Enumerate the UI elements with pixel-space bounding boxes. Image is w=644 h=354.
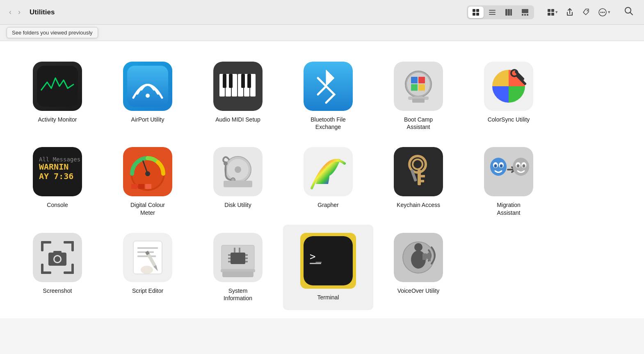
more-caret: ▾ bbox=[608, 9, 610, 15]
svg-point-44 bbox=[407, 73, 430, 96]
app-item-script-editor[interactable]: Script Editor bbox=[103, 225, 193, 310]
svg-rect-136 bbox=[422, 253, 427, 260]
view-controls bbox=[467, 5, 534, 19]
grid-view-button[interactable] bbox=[468, 7, 484, 18]
svg-rect-5 bbox=[489, 12, 496, 13]
bluetooth-file-exchange-label: Bluetooth File Exchange bbox=[311, 116, 346, 131]
svg-rect-15 bbox=[551, 9, 554, 12]
app-item-digital-colour-meter[interactable]: Digital Colour Meter bbox=[103, 139, 193, 224]
svg-point-63 bbox=[145, 171, 150, 176]
svg-point-70 bbox=[235, 166, 241, 173]
svg-rect-109 bbox=[137, 247, 158, 249]
forward-button[interactable]: › bbox=[16, 6, 23, 18]
action-group: ▾ ▾ bbox=[544, 6, 614, 19]
list-view-button[interactable] bbox=[484, 7, 500, 18]
svg-rect-17 bbox=[551, 13, 554, 16]
console-icon: WARNIN AY 7:36 All Messages bbox=[33, 147, 82, 196]
svg-rect-74 bbox=[224, 181, 252, 187]
app-item-voiceover-utility[interactable]: VoiceOver Utility bbox=[373, 225, 464, 310]
back-button[interactable]: ‹ bbox=[7, 6, 14, 18]
window-title: Utilities bbox=[30, 8, 55, 16]
svg-rect-46 bbox=[418, 77, 425, 83]
svg-rect-45 bbox=[411, 77, 418, 83]
svg-rect-36 bbox=[229, 74, 233, 88]
digital-colour-meter-icon bbox=[123, 147, 172, 196]
gallery-view-button[interactable] bbox=[517, 7, 533, 18]
svg-rect-38 bbox=[247, 74, 251, 88]
voiceover-utility-icon bbox=[394, 233, 443, 282]
boot-camp-assistant-label: Boot Camp Assistant bbox=[404, 116, 433, 131]
keychain-access-icon bbox=[394, 147, 443, 196]
more-button[interactable]: ▾ bbox=[595, 6, 614, 19]
app-item-disk-utility[interactable]: Disk Utility bbox=[193, 139, 283, 224]
search-button[interactable] bbox=[620, 5, 637, 20]
pathbar: See folders you viewed previously bbox=[0, 25, 644, 41]
svg-rect-13 bbox=[527, 14, 528, 16]
console-label: Console bbox=[47, 201, 68, 209]
svg-rect-96 bbox=[41, 241, 43, 251]
app-item-activity-monitor[interactable]: Activity Monitor bbox=[12, 53, 103, 139]
migration-assistant-icon bbox=[484, 147, 533, 196]
svg-text:All Messages: All Messages bbox=[39, 156, 80, 163]
svg-rect-106 bbox=[53, 251, 62, 253]
svg-rect-47 bbox=[411, 84, 418, 91]
app-item-airport-utility[interactable]: AirPort Utility bbox=[103, 53, 193, 139]
svg-rect-64 bbox=[131, 184, 137, 189]
activity-monitor-icon bbox=[33, 62, 82, 111]
svg-rect-6 bbox=[489, 14, 496, 15]
app-item-grapher[interactable]: Grapher bbox=[283, 139, 373, 224]
app-item-bluetooth-file-exchange[interactable]: Bluetooth File Exchange bbox=[283, 53, 373, 139]
system-information-label: System Information bbox=[224, 287, 252, 302]
audio-midi-setup-label: Audio MIDI Setup bbox=[215, 116, 260, 123]
svg-point-88 bbox=[500, 164, 503, 168]
svg-rect-102 bbox=[71, 264, 74, 274]
grapher-icon bbox=[304, 147, 353, 196]
svg-rect-16 bbox=[548, 13, 550, 16]
svg-rect-111 bbox=[137, 255, 156, 257]
app-item-keychain-access[interactable]: Keychain Access bbox=[373, 139, 464, 224]
svg-rect-2 bbox=[473, 13, 475, 16]
svg-point-105 bbox=[55, 256, 60, 262]
svg-rect-50 bbox=[412, 99, 425, 103]
svg-rect-98 bbox=[71, 241, 74, 251]
group-caret: ▾ bbox=[555, 9, 558, 15]
group-button[interactable]: ▾ bbox=[544, 7, 561, 18]
svg-rect-26 bbox=[127, 66, 168, 107]
app-item-system-information[interactable]: System Information bbox=[193, 225, 283, 310]
share-button[interactable] bbox=[563, 6, 577, 18]
app-item-colorsync-utility[interactable]: ColorSync Utility bbox=[464, 53, 554, 139]
boot-camp-assistant-icon bbox=[394, 62, 443, 111]
app-item-boot-camp-assistant[interactable]: Boot Camp Assistant bbox=[373, 53, 464, 139]
columns-view-button[interactable] bbox=[501, 7, 516, 18]
svg-rect-125 bbox=[234, 248, 235, 253]
svg-point-115 bbox=[141, 266, 153, 274]
app-item-migration-assistant[interactable]: Migration Assistant bbox=[464, 139, 554, 224]
svg-rect-123 bbox=[245, 257, 248, 259]
migration-assistant-label: Migration Assistant bbox=[497, 201, 521, 216]
app-item-terminal[interactable]: >_ Terminal bbox=[283, 225, 373, 310]
svg-point-92 bbox=[517, 164, 520, 168]
svg-point-22 bbox=[604, 11, 605, 13]
svg-text:>_: >_ bbox=[310, 251, 322, 262]
disk-utility-icon bbox=[213, 147, 263, 196]
svg-rect-65 bbox=[138, 184, 144, 189]
tag-button[interactable] bbox=[578, 6, 593, 18]
app-item-audio-midi-setup[interactable]: Audio MIDI Setup bbox=[193, 53, 283, 139]
svg-rect-100 bbox=[41, 264, 43, 274]
svg-point-18 bbox=[587, 10, 588, 11]
svg-rect-4 bbox=[489, 10, 496, 11]
digital-colour-meter-label: Digital Colour Meter bbox=[130, 201, 165, 216]
system-information-icon bbox=[213, 233, 263, 282]
app-item-screenshot[interactable]: Screenshot bbox=[12, 225, 103, 310]
svg-rect-81 bbox=[421, 180, 424, 182]
terminal-label: Terminal bbox=[317, 294, 339, 301]
screenshot-icon bbox=[33, 233, 82, 282]
svg-rect-11 bbox=[522, 14, 523, 16]
svg-rect-12 bbox=[524, 14, 526, 16]
app-item-console[interactable]: WARNIN AY 7:36 All Messages Console bbox=[12, 139, 103, 224]
grapher-label: Grapher bbox=[317, 201, 338, 209]
svg-point-20 bbox=[601, 11, 602, 13]
svg-point-89 bbox=[513, 158, 529, 176]
svg-point-21 bbox=[602, 11, 603, 13]
nav-buttons: ‹ › bbox=[7, 6, 23, 18]
